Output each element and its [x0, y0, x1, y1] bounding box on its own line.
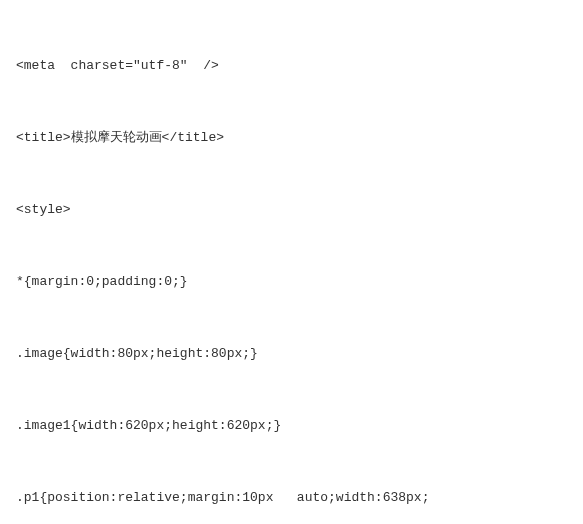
code-line: .image1{width:620px;height:620px;} — [16, 414, 583, 438]
code-line: .p1{position:relative;margin:10px auto;w… — [16, 486, 583, 510]
code-line: .image{width:80px;height:80px;} — [16, 342, 583, 366]
code-line: <style> — [16, 198, 583, 222]
code-block: <meta charset="utf-8" /> <title>模拟摩天轮动画<… — [16, 6, 583, 524]
code-line: *{margin:0;padding:0;} — [16, 270, 583, 294]
code-line: <title>模拟摩天轮动画</title> — [16, 126, 583, 150]
code-line: <meta charset="utf-8" /> — [16, 54, 583, 78]
